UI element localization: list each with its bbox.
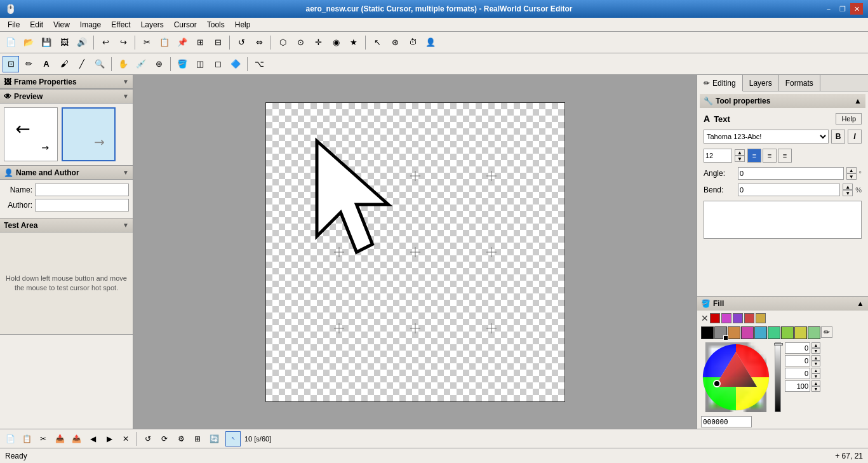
save-button[interactable]: 💾 — [38, 34, 55, 51]
pencil-tool[interactable]: ✏ — [20, 56, 37, 72]
fill-swatch-gold[interactable] — [756, 313, 766, 323]
font-selector[interactable]: Tahoma 123-Abc! — [704, 130, 829, 144]
name-input[interactable] — [35, 184, 129, 196]
import-frame-button[interactable]: 📥 — [52, 431, 67, 446]
cursor-select[interactable]: ↖ — [369, 34, 385, 51]
font-size-input[interactable] — [704, 149, 732, 163]
add-frame-button[interactable]: 📄 — [3, 431, 18, 446]
anim-refresh2[interactable]: 🔄 — [206, 431, 222, 446]
anim-grid[interactable]: ⊞ — [190, 431, 205, 446]
anim-settings[interactable]: ⚙ — [173, 431, 189, 446]
palette-orange[interactable] — [728, 326, 740, 339]
preview-button[interactable]: ◉ — [328, 34, 344, 51]
test-area-header[interactable]: Test Area ▼ — [0, 218, 133, 232]
animation-button[interactable]: ⊙ — [292, 34, 309, 51]
color-picker-button[interactable]: ✏ — [821, 326, 832, 338]
undo-button[interactable]: ↩ — [97, 34, 114, 51]
close-button[interactable]: ✕ — [850, 3, 863, 15]
paste-special[interactable]: ⊞ — [192, 34, 208, 51]
frame-properties-header[interactable]: 🖼 Frame Properties ▼ — [0, 75, 133, 89]
audio-button[interactable]: 🔊 — [74, 34, 90, 51]
menu-cursor[interactable]: Cursor — [169, 19, 202, 30]
refresh-button[interactable]: ↺ — [140, 431, 156, 446]
a-input[interactable] — [785, 380, 810, 392]
palette-magenta[interactable] — [741, 326, 754, 339]
delete-button[interactable]: ⊟ — [210, 34, 226, 51]
g-input[interactable] — [785, 355, 810, 366]
brush-tool[interactable]: 🖌 — [56, 56, 72, 72]
fill-clear-button[interactable]: ✕ — [701, 313, 709, 323]
flip-button[interactable]: ⇔ — [251, 34, 267, 51]
author-input[interactable] — [35, 199, 129, 211]
cursor-mode[interactable]: ⬡ — [274, 34, 291, 51]
menu-file[interactable]: File — [3, 19, 25, 30]
italic-button[interactable]: I — [848, 130, 862, 144]
rotate-button[interactable]: ↺ — [233, 34, 250, 51]
frame-preview-thumb[interactable]: ↖ — [225, 431, 241, 446]
tab-layers[interactable]: Layers — [743, 75, 779, 91]
open-button[interactable]: 📂 — [20, 34, 37, 51]
align-right-button[interactable]: ≡ — [778, 149, 792, 163]
line-tool[interactable]: ╱ — [74, 56, 90, 72]
canvas-area[interactable] — [133, 75, 697, 429]
help-button[interactable]: Help — [836, 113, 862, 124]
eyedrop-tool[interactable]: 💉 — [133, 56, 149, 72]
tab-formats[interactable]: Formats — [779, 75, 820, 91]
r-input[interactable] — [785, 342, 810, 354]
user-tool[interactable]: 👤 — [422, 34, 439, 51]
align-center-button[interactable]: ≡ — [763, 149, 777, 163]
b-up[interactable]: ▲ — [811, 368, 820, 373]
menu-image[interactable]: Image — [75, 19, 106, 30]
transform-tool[interactable]: ⊕ — [150, 56, 167, 72]
circle-tool[interactable]: ⊛ — [387, 34, 403, 51]
a-down[interactable]: ▼ — [811, 386, 820, 392]
cut-button[interactable]: ✂ — [138, 34, 155, 51]
select-tool[interactable]: ⊡ — [3, 56, 19, 72]
move-left-button[interactable]: ◀ — [85, 431, 100, 446]
bend-down[interactable]: ▼ — [843, 190, 853, 196]
minimize-button[interactable]: − — [822, 3, 835, 15]
timer-tool[interactable]: ⏱ — [404, 34, 421, 51]
b-input[interactable] — [785, 368, 810, 379]
font-size-up[interactable]: ▲ — [735, 149, 745, 156]
fill-tool[interactable]: 🪣 — [174, 56, 190, 72]
angle-down[interactable]: ▼ — [846, 173, 857, 180]
drawing-canvas[interactable] — [266, 103, 564, 401]
menu-tools[interactable]: Tools — [202, 19, 230, 30]
align-left-button[interactable]: ≡ — [747, 149, 761, 163]
shape-tool[interactable]: 🔷 — [227, 56, 244, 72]
hotspot-button[interactable]: ✛ — [310, 34, 326, 51]
menu-view[interactable]: View — [48, 19, 75, 30]
palette-yellow[interactable] — [794, 326, 807, 339]
export-frame-button[interactable]: 📤 — [69, 431, 84, 446]
anim-play-button[interactable]: ⟳ — [157, 431, 172, 446]
r-down[interactable]: ▼ — [811, 348, 820, 354]
angle-up[interactable]: ▲ — [846, 167, 857, 173]
bend-input[interactable] — [738, 184, 840, 196]
font-size-down[interactable]: ▼ — [735, 156, 745, 162]
restore-button[interactable]: ❐ — [836, 3, 849, 15]
menu-help[interactable]: Help — [230, 19, 256, 30]
copy-frame-button[interactable]: 📋 — [19, 431, 34, 446]
palette-cyan[interactable] — [754, 326, 767, 339]
hand-tool[interactable]: ✋ — [115, 56, 131, 72]
bend-up[interactable]: ▲ — [843, 184, 853, 190]
g-up[interactable]: ▲ — [811, 355, 820, 361]
fill-swatch-purple[interactable] — [733, 313, 743, 323]
color-wheel-wrapper[interactable] — [701, 342, 771, 412]
palette-teal[interactable] — [768, 326, 780, 339]
draw-btn[interactable]: ⌥ — [251, 56, 267, 72]
copy-button[interactable]: 📋 — [156, 34, 173, 51]
menu-layers[interactable]: Layers — [136, 19, 169, 30]
paste-frame-button[interactable]: ✂ — [36, 431, 51, 446]
paste-button[interactable]: 📌 — [174, 34, 190, 51]
fill-swatch-rose[interactable] — [744, 313, 754, 323]
test-area-content[interactable]: Hold down left mouse button and move the… — [0, 232, 133, 334]
b-down[interactable]: ▼ — [811, 373, 820, 379]
menu-edit[interactable]: Edit — [25, 19, 48, 30]
angle-input[interactable] — [738, 167, 844, 180]
star-button[interactable]: ★ — [345, 34, 362, 51]
text-tool[interactable]: A — [38, 56, 55, 72]
zoom-tool[interactable]: 🔍 — [91, 56, 108, 72]
redo-button[interactable]: ↪ — [115, 34, 131, 51]
